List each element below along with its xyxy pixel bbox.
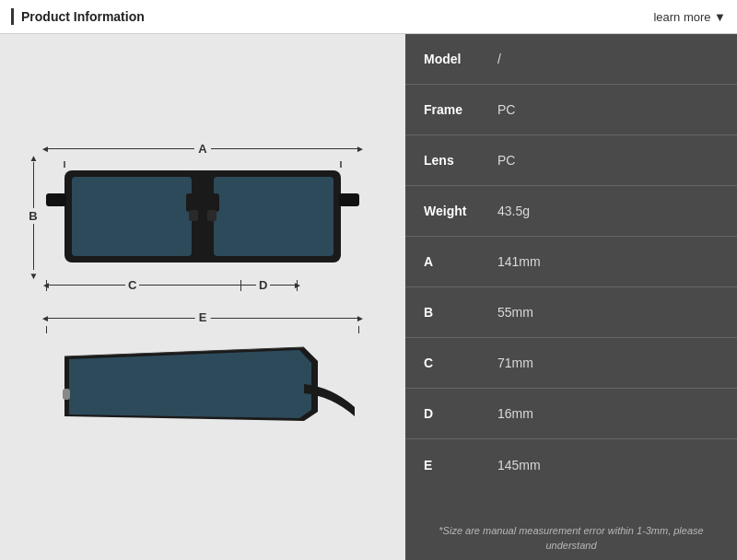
spec-value: 71mm xyxy=(497,356,533,370)
spec-label: A xyxy=(424,254,497,269)
spec-label: C xyxy=(424,356,497,370)
spec-row: D16mm xyxy=(405,389,737,439)
dimension-c-label: C xyxy=(125,278,139,292)
spec-row: Model/ xyxy=(405,34,737,85)
learn-more-button[interactable]: learn more ▼ xyxy=(653,10,726,24)
spec-value: PC xyxy=(497,153,515,168)
left-panel: A ▲ B ▼ xyxy=(0,34,405,560)
dimension-d-label: D xyxy=(256,278,270,292)
svg-rect-3 xyxy=(186,193,219,212)
front-view-diagram: A ▲ B ▼ xyxy=(28,142,378,293)
spec-table: Model/FramePCLensPCWeight43.5gA141mmB55m… xyxy=(405,34,737,517)
svg-rect-4 xyxy=(189,210,198,221)
dimension-a-arrow: A xyxy=(46,148,359,149)
spec-label: Weight xyxy=(424,204,497,218)
spec-row: Weight43.5g xyxy=(405,186,737,237)
spec-label: D xyxy=(424,406,497,421)
svg-rect-7 xyxy=(339,193,359,206)
spec-label: Model xyxy=(424,52,497,66)
header: Product Information learn more ▼ xyxy=(0,0,737,34)
spec-row: A141mm xyxy=(405,237,737,287)
spec-note: *Size are manual measurement error withi… xyxy=(405,517,737,560)
spec-value: 43.5g xyxy=(497,204,530,218)
spec-label: Lens xyxy=(424,153,497,168)
spec-value: 141mm xyxy=(497,254,541,269)
spec-row: C71mm xyxy=(405,338,737,389)
spec-row: FramePC xyxy=(405,85,737,135)
dimension-a-label: A xyxy=(194,142,210,156)
glasses-side-svg xyxy=(46,333,359,453)
spec-value: 55mm xyxy=(497,305,533,320)
spec-row: E145mm xyxy=(405,439,737,490)
svg-rect-6 xyxy=(46,193,66,206)
spec-label: Frame xyxy=(424,102,497,117)
dimension-e-label: E xyxy=(195,310,211,324)
spec-label: B xyxy=(424,305,497,320)
spec-value: / xyxy=(497,52,501,66)
dimension-e-arrow: E xyxy=(46,318,359,319)
spec-value: 16mm xyxy=(497,406,533,421)
cd-arrows: ◄ C D ► xyxy=(46,278,359,293)
header-left: Product Information xyxy=(11,8,145,25)
spec-row: B55mm xyxy=(405,287,737,338)
svg-rect-5 xyxy=(207,210,216,221)
page-title: Product Information xyxy=(21,9,145,24)
right-panel: Model/FramePCLensPCWeight43.5gA141mmB55m… xyxy=(405,34,737,560)
spec-value: 145mm xyxy=(497,458,541,472)
glasses-front-svg xyxy=(46,157,359,276)
spec-label: E xyxy=(424,458,497,472)
spec-value: PC xyxy=(497,102,515,117)
dimension-b-label: B xyxy=(27,208,39,224)
main-content: A ▲ B ▼ xyxy=(0,34,737,560)
header-bar-icon xyxy=(11,8,14,25)
svg-rect-1 xyxy=(72,177,192,256)
spec-row: LensPC xyxy=(405,135,737,186)
glasses-front-view: ▲ B ▼ xyxy=(28,157,378,276)
side-view-diagram: E xyxy=(28,311,378,453)
svg-rect-10 xyxy=(63,389,70,400)
svg-rect-2 xyxy=(214,177,333,256)
